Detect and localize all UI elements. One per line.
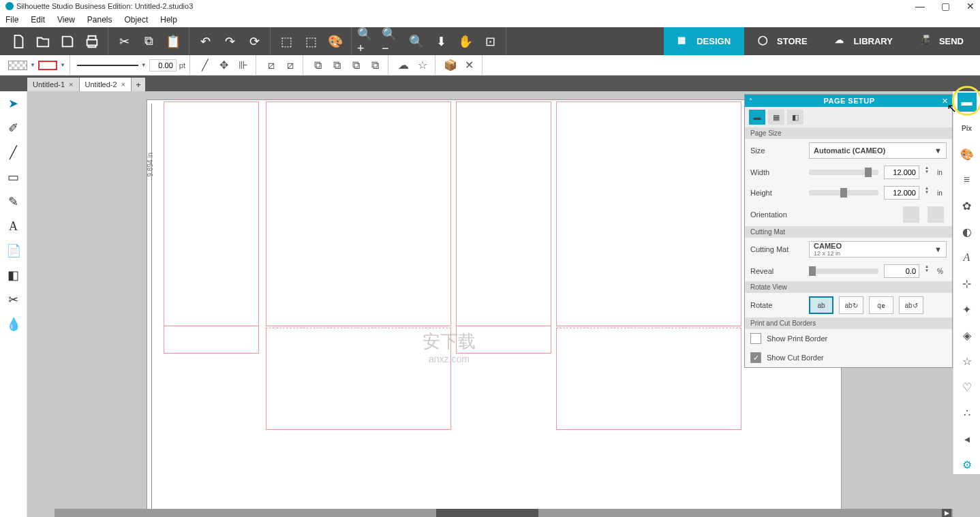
rotate-180-button[interactable]: qɐ — [869, 296, 893, 314]
box-icon[interactable]: 📦 — [442, 58, 459, 73]
height-spinner[interactable]: ▲▼ — [925, 186, 932, 200]
height-slider[interactable] — [809, 190, 878, 195]
reveal-slider[interactable] — [809, 268, 878, 274]
undo-icon[interactable]: ↶ — [195, 31, 215, 52]
line-tool-icon[interactable]: ╱ — [197, 58, 213, 73]
ungroup-icon[interactable]: ⧉ — [329, 58, 346, 73]
bring-front-icon[interactable]: ⧉ — [367, 58, 384, 73]
crop-icon[interactable]: ⧄ — [263, 58, 279, 73]
size-dropdown[interactable]: Automatic (CAMEO) ▼ — [809, 142, 947, 159]
cut-border-checkbox[interactable]: ✓ — [750, 352, 761, 363]
reveal-spinner[interactable]: ▲▼ — [925, 264, 932, 278]
save-icon[interactable] — [57, 31, 78, 52]
fill-swatch[interactable] — [8, 61, 27, 70]
text-style-icon[interactable]: A — [958, 248, 977, 267]
nav-library[interactable]: ☁ LIBRARY — [821, 27, 906, 55]
width-input[interactable] — [884, 166, 919, 179]
print-icon[interactable] — [82, 31, 102, 52]
stroke-width-input[interactable] — [149, 59, 177, 72]
trace-icon[interactable]: ✿ — [958, 196, 977, 215]
design-artwork[interactable] — [164, 101, 756, 517]
star-panel-icon[interactable]: ☆ — [958, 351, 977, 371]
line-panel-icon[interactable]: ≡ — [958, 170, 977, 189]
grid-tab-icon[interactable]: ▦ — [768, 110, 784, 125]
zoom-out-icon[interactable]: 🔍− — [382, 31, 402, 52]
rectangle-tool-icon[interactable]: ▭ — [4, 168, 23, 187]
align-tool-icon[interactable]: ⊪ — [235, 58, 251, 73]
pixscan-icon[interactable]: Pix — [958, 119, 977, 138]
close-icon[interactable]: × — [121, 80, 125, 89]
shape-icon[interactable]: ☁ — [395, 58, 412, 73]
select-all-icon[interactable]: ⬚ — [276, 31, 296, 52]
stroke-dropdown-icon[interactable]: ▼ — [60, 62, 65, 68]
page-setup-icon[interactable]: ▬ — [958, 93, 977, 112]
draw-tool-icon[interactable]: ✎ — [4, 192, 23, 211]
fill-dropdown-icon[interactable]: ▼ — [30, 62, 35, 68]
zoom-fit-icon[interactable]: ⊡ — [480, 31, 500, 52]
menu-view[interactable]: View — [57, 15, 75, 25]
copy-icon[interactable]: ⧉ — [138, 31, 159, 52]
note-tool-icon[interactable]: 📄 — [4, 241, 23, 260]
select-tool-icon[interactable]: ➤ — [4, 94, 23, 113]
horizontal-scrollbar[interactable] — [55, 509, 953, 517]
scrollbar-thumb[interactable] — [436, 509, 538, 517]
collapse-right-icon[interactable]: ◂ — [958, 429, 977, 448]
minimize-button[interactable]: — — [915, 1, 925, 12]
fit-icon[interactable]: ⬇ — [431, 31, 451, 52]
nav-design[interactable]: ▦ DESIGN — [664, 27, 744, 55]
print-border-checkbox[interactable] — [750, 333, 761, 344]
move-tool-icon[interactable]: ✥ — [216, 58, 232, 73]
nav-store[interactable]: ◯ STORE — [744, 27, 821, 55]
offset-icon[interactable]: ✦ — [958, 300, 977, 319]
close-icon[interactable]: × — [69, 80, 73, 89]
rotate-90-button[interactable]: ab↻ — [839, 296, 863, 314]
menu-object[interactable]: Object — [125, 15, 149, 25]
width-spinner[interactable]: ▲▼ — [925, 166, 932, 179]
mat-dropdown[interactable]: CAMEO 12 x 12 in ▼ — [809, 241, 947, 257]
transform-icon[interactable]: ⊹ — [958, 274, 977, 293]
refresh-icon[interactable]: ⟳ — [244, 31, 264, 52]
edit-points-tool-icon[interactable]: ✐ — [4, 119, 23, 138]
rotate-270-button[interactable]: ab↺ — [899, 296, 923, 314]
contrast-icon[interactable]: ◐ — [958, 222, 977, 241]
page-tab-icon[interactable]: ▬ — [749, 110, 765, 125]
scroll-right-icon[interactable]: ▶ — [942, 509, 951, 517]
settings-gear-icon[interactable]: ⚙ — [958, 455, 977, 474]
heart-icon[interactable]: ♡ — [958, 377, 977, 396]
zoom-selection-icon[interactable]: 🔍 — [406, 31, 427, 52]
panel-close-icon[interactable]: ✕ — [942, 97, 948, 106]
stroke-swatch[interactable] — [38, 61, 57, 70]
group-icon[interactable]: ⧉ — [310, 58, 326, 73]
add-tab-button[interactable]: + — [132, 78, 145, 91]
modify-icon[interactable]: ◈ — [958, 326, 977, 345]
zoom-in-icon[interactable]: 🔍+ — [357, 31, 378, 52]
line-style-preview[interactable] — [77, 65, 138, 66]
line-tool-icon[interactable]: ╱ — [4, 143, 23, 162]
rhinestone-icon[interactable]: ∴ — [958, 403, 977, 422]
height-input[interactable] — [884, 186, 919, 200]
open-file-icon[interactable] — [33, 31, 53, 52]
crop2-icon[interactable]: ⧄ — [282, 58, 298, 73]
eyedropper-tool-icon[interactable]: 💧 — [4, 315, 23, 334]
delete-icon[interactable]: ✕ — [461, 58, 478, 73]
menu-file[interactable]: File — [5, 15, 18, 25]
portrait-icon[interactable] — [903, 206, 919, 223]
send-back-icon[interactable]: ⧉ — [348, 58, 365, 73]
menu-panels[interactable]: Panels — [87, 15, 112, 25]
menu-edit[interactable]: Edit — [31, 15, 45, 25]
collapse-icon[interactable]: ˄ — [749, 97, 752, 105]
landscape-icon[interactable] — [928, 206, 944, 223]
menu-help[interactable]: Help — [160, 15, 177, 25]
knife-tool-icon[interactable]: ✂ — [4, 290, 23, 309]
reg-tab-icon[interactable]: ◧ — [787, 110, 803, 125]
tab-untitled-1[interactable]: Untitled-1 × — [27, 78, 80, 91]
text-tool-icon[interactable]: A — [4, 217, 23, 236]
eraser-tool-icon[interactable]: ◧ — [4, 266, 23, 285]
line-style-dropdown-icon[interactable]: ▼ — [141, 62, 147, 68]
width-slider[interactable] — [809, 170, 878, 175]
paste-icon[interactable]: 📋 — [163, 31, 183, 52]
cut-icon[interactable]: ✂ — [114, 31, 134, 52]
pan-icon[interactable]: ✋ — [455, 31, 476, 52]
rotate-0-button[interactable]: ab — [809, 296, 833, 314]
color-picker-icon[interactable]: 🎨 — [325, 31, 346, 52]
